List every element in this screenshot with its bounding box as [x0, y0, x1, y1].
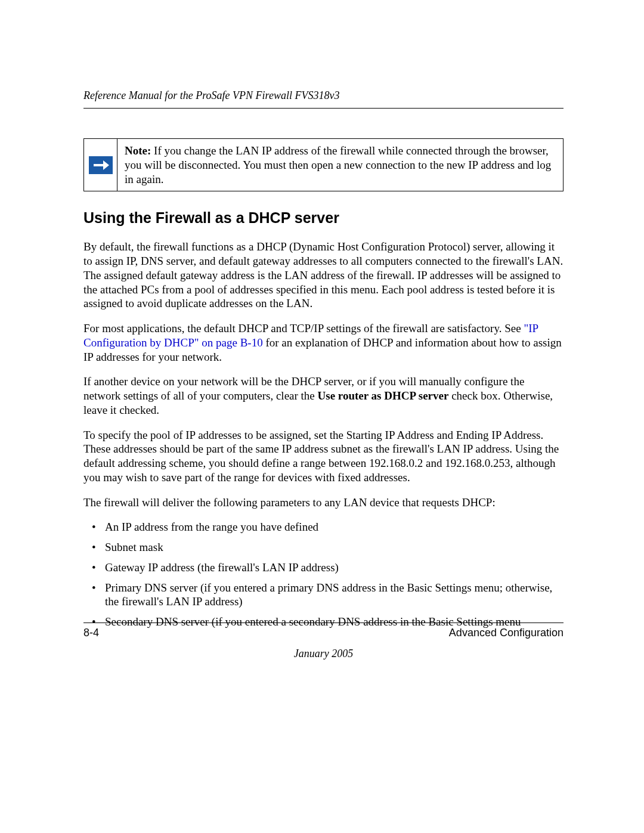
header-rule: [83, 108, 564, 109]
footer-date: January 2005: [83, 648, 564, 660]
footer-row: 8-4 Advanced Configuration: [83, 627, 564, 639]
paragraph-4: To specify the pool of IP addresses to b…: [83, 428, 564, 485]
list-item: Gateway IP address (the firewall's LAN I…: [83, 561, 564, 575]
list-item: Primary DNS server (if you entered a pri…: [83, 581, 564, 609]
page-number: 8-4: [83, 627, 99, 639]
note-icon-cell: [84, 139, 117, 191]
section-heading: Using the Firewall as a DHCP server: [83, 209, 564, 227]
note-label: Note:: [125, 144, 151, 157]
paragraph-5: The firewall will deliver the following …: [83, 496, 564, 510]
note-body: If you change the LAN IP address of the …: [125, 144, 551, 185]
running-header: Reference Manual for the ProSafe VPN Fir…: [83, 89, 564, 102]
note-box: Note: If you change the LAN IP address o…: [83, 138, 564, 191]
list-item: Subnet mask: [83, 540, 564, 555]
p3-bold: Use router as DHCP server: [318, 389, 449, 402]
paragraph-3: If another device on your network will b…: [83, 374, 564, 417]
note-text: Note: If you change the LAN IP address o…: [117, 139, 563, 191]
footer-rule: [83, 623, 564, 623]
page-content: Reference Manual for the ProSafe VPN Fir…: [0, 0, 644, 629]
footer-section-name: Advanced Configuration: [449, 627, 564, 639]
page-footer: 8-4 Advanced Configuration January 2005: [83, 623, 564, 660]
paragraph-1: By default, the firewall functions as a …: [83, 240, 564, 311]
p2-pre: For most applications, the default DHCP …: [83, 322, 524, 335]
paragraph-2: For most applications, the default DHCP …: [83, 321, 564, 364]
bullet-list: An IP address from the range you have de…: [83, 520, 564, 629]
list-item: An IP address from the range you have de…: [83, 520, 564, 534]
arrow-right-icon: [89, 156, 113, 174]
